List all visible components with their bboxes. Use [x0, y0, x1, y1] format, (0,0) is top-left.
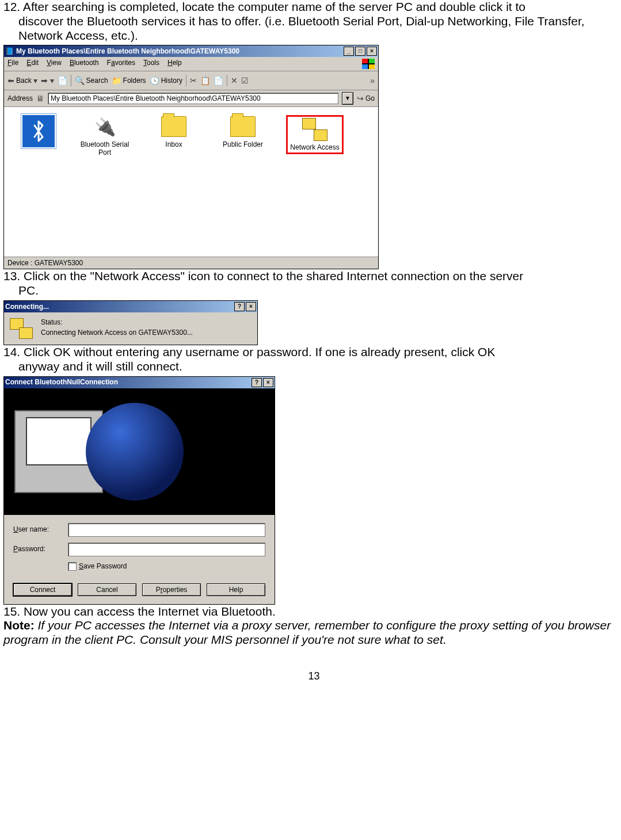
step-14-line1: 14. Click OK without entering any userna… [3, 345, 495, 358]
connect-hero [4, 388, 275, 515]
menu-edit[interactable]: Edit [26, 59, 39, 69]
explorer-sidebar [4, 107, 73, 257]
menu-bluetooth[interactable]: Bluetooth [70, 59, 99, 69]
windows-logo-icon [362, 59, 375, 69]
menu-tools[interactable]: Tools [143, 59, 159, 69]
explorer-window: 📘 My Bluetooth Places\Entire Bluetooth N… [3, 45, 379, 269]
minimize-button[interactable]: _ [344, 47, 354, 56]
back-button[interactable]: ⬅Back ▾ [7, 76, 37, 86]
network-access-label: Network Access [290, 143, 339, 151]
help-button-2[interactable]: Help [207, 583, 265, 596]
help-button[interactable]: ? [234, 302, 245, 311]
go-button[interactable]: ↪Go [357, 94, 375, 104]
step-12-line2: discover the Bluetooth services it has t… [3, 14, 621, 43]
step-12: 12. After searching is completed, locate… [3, 0, 621, 43]
menu-help[interactable]: Help [167, 59, 182, 69]
connect-button[interactable]: Connect [13, 583, 72, 596]
address-bar: Address 🖥 ▼ ↪Go [4, 90, 378, 107]
step-12-line1: 12. After searching is completed, locate… [3, 0, 525, 13]
folder-icon [161, 116, 186, 137]
step-13-line2: PC. [3, 284, 621, 298]
globe-icon [86, 403, 184, 501]
maximize-button[interactable]: □ [355, 47, 365, 56]
address-label: Address [7, 94, 33, 102]
search-button[interactable]: 🔍Search [75, 76, 108, 86]
connect-dialog: Connect BluetoothNullConnection ? × User… [3, 376, 275, 605]
network-icon [10, 318, 33, 339]
explorer-pane: 🔌 Bluetooth Serial Port Inbox Public Fol… [4, 107, 378, 257]
bluetooth-logo-icon [21, 114, 56, 148]
step-15: 15. Now you can access the Internet via … [3, 605, 621, 619]
forward-button[interactable]: ➡ ▾ [41, 76, 54, 86]
explorer-statusbar: Device : GATEWAY5300 [4, 257, 378, 269]
status-text: Connecting Network Access on GATEWAY5300… [41, 329, 193, 337]
step-13-line1: 13. Click on the "Network Access" icon t… [3, 269, 523, 282]
note-body: If your PC accesses the Internet via a p… [3, 618, 611, 646]
plug-icon: 🔌 [92, 115, 117, 138]
close-button[interactable]: × [246, 302, 256, 311]
toolbar-overflow[interactable]: » [370, 76, 375, 86]
network-icon [302, 118, 327, 141]
network-access-icon-item[interactable]: Network Access [286, 115, 344, 154]
status-label: Status: [41, 318, 193, 326]
save-password-label: Save Password [79, 562, 127, 570]
connecting-titlebar: Connecting... ? × [4, 301, 257, 312]
copy-icon[interactable]: 📋 [200, 76, 210, 86]
connecting-dialog: Connecting... ? × Status: Connecting Net… [3, 300, 258, 345]
public-folder-icon-item[interactable]: Public Folder [217, 115, 269, 148]
password-label: Password: [13, 545, 68, 553]
delete-icon[interactable]: ✕ [231, 76, 238, 86]
explorer-content: 🔌 Bluetooth Serial Port Inbox Public Fol… [73, 107, 378, 257]
password-field[interactable] [68, 543, 265, 556]
note-label: Note: [3, 618, 35, 632]
explorer-titlebar: 📘 My Bluetooth Places\Entire Bluetooth N… [4, 45, 378, 57]
step-13: 13. Click on the "Network Access" icon t… [3, 269, 621, 298]
help-button[interactable]: ? [252, 378, 262, 387]
address-dropdown[interactable]: ▼ [342, 92, 353, 105]
close-button[interactable]: × [367, 47, 377, 56]
serial-port-label: Bluetooth Serial Port [79, 140, 131, 156]
up-button[interactable]: 📄 [58, 76, 67, 86]
connect-form: User name: Password: Save Password [4, 515, 275, 583]
note: Note: If your PC accesses the Internet v… [3, 618, 621, 647]
connect-buttons: Connect Cancel Properties Help [4, 583, 275, 604]
inbox-icon-item[interactable]: Inbox [148, 115, 200, 148]
address-input[interactable] [48, 93, 338, 104]
address-icon: 🖥 [36, 94, 44, 104]
connect-title: Connect BluetoothNullConnection [5, 378, 118, 386]
step-14: 14. Click OK without entering any userna… [3, 345, 621, 374]
inbox-label: Inbox [165, 140, 182, 148]
connect-titlebar: Connect BluetoothNullConnection ? × [4, 377, 275, 388]
public-folder-label: Public Folder [223, 140, 263, 148]
explorer-toolbar: ⬅Back ▾ ➡ ▾ 📄 🔍Search 📁Folders 🕓History … [4, 71, 378, 90]
properties-icon[interactable]: ☑ [241, 76, 249, 86]
step-14-line2: anyway and it will still connect. [3, 360, 621, 374]
menu-file[interactable]: File [7, 59, 18, 69]
username-label: User name: [13, 525, 68, 533]
username-field[interactable] [68, 523, 265, 537]
save-password-checkbox[interactable] [68, 562, 77, 571]
cut-icon[interactable]: ✂ [190, 76, 197, 86]
menu-favorites[interactable]: Favorites [107, 59, 135, 69]
page-number: 13 [3, 670, 621, 682]
bluetooth-serial-port-icon[interactable]: 🔌 Bluetooth Serial Port [79, 115, 131, 156]
explorer-title: My Bluetooth Places\Entire Bluetooth Nei… [16, 47, 239, 55]
paste-icon[interactable]: 📄 [214, 76, 223, 86]
properties-button[interactable]: Properties [142, 583, 201, 596]
cancel-button[interactable]: Cancel [78, 583, 136, 596]
connecting-title: Connecting... [5, 303, 49, 311]
close-button[interactable]: × [263, 378, 273, 387]
history-button[interactable]: 🕓History [150, 76, 182, 86]
menu-view[interactable]: View [47, 59, 62, 69]
explorer-menubar: File Edit View Bluetooth Favorites Tools… [4, 57, 378, 71]
folder-icon [230, 116, 256, 137]
folders-button[interactable]: 📁Folders [112, 76, 146, 86]
